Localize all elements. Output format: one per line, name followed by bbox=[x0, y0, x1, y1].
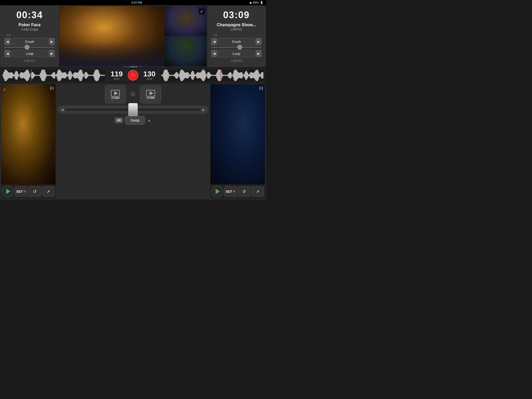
svg-point-11 bbox=[151, 97, 152, 99]
status-bar: 4:07 PM ▶ 80% 🔋 bbox=[0, 0, 266, 5]
right-set-button[interactable]: SET bbox=[224, 186, 237, 197]
left-bpm-label: BPM bbox=[114, 78, 119, 81]
video-right-bottom bbox=[165, 36, 207, 66]
svg-point-4 bbox=[118, 97, 119, 99]
ab-badge: A8 bbox=[115, 117, 123, 123]
left-deck-artist: Lady Gaga bbox=[21, 27, 38, 31]
right-deck-title: Champagne Show... bbox=[217, 23, 256, 27]
video-expand-button[interactable]: ⤢ bbox=[198, 8, 205, 15]
left-media-button[interactable] bbox=[105, 85, 126, 103]
left-loop-name[interactable]: Loop bbox=[12, 50, 48, 57]
record-button[interactable] bbox=[128, 70, 138, 81]
right-fx-name[interactable]: Crush bbox=[218, 38, 254, 45]
left-mix-button[interactable]: ↗ bbox=[42, 186, 55, 197]
bottom-left-section: ♪ 🎞 SET ↺ ↗ bbox=[1, 84, 56, 198]
right-fx-slider[interactable] bbox=[211, 47, 262, 48]
right-fx-slider-container bbox=[211, 47, 262, 48]
right-deck-panel: 03:09 Champagne Show... LMFAO FX ◀ Crush… bbox=[208, 6, 265, 66]
left-film-icon: 🎞 bbox=[50, 86, 54, 90]
left-fx-label: FX bbox=[7, 34, 11, 37]
left-fx-slider[interactable] bbox=[4, 47, 55, 48]
right-media-button[interactable] bbox=[140, 85, 161, 103]
right-loop-name[interactable]: Loop bbox=[218, 50, 254, 57]
left-waveform-visual bbox=[2, 70, 105, 81]
right-loop-next[interactable]: ▶ bbox=[255, 50, 262, 57]
right-deck-timer: 03:09 bbox=[223, 10, 250, 21]
crossfader-container: ◀ ▶ bbox=[58, 105, 208, 114]
left-deck-timer: 00:34 bbox=[16, 10, 43, 21]
right-set-dot bbox=[233, 190, 235, 192]
left-media-icon bbox=[110, 89, 121, 99]
swap-button[interactable]: Swap bbox=[125, 116, 145, 125]
video-right-lmfao bbox=[165, 6, 207, 66]
crossfader-right-arrow[interactable]: ▶ bbox=[202, 108, 205, 112]
crossfader-thumb[interactable] bbox=[128, 103, 138, 116]
crossfader-left-arrow[interactable]: ◀ bbox=[61, 108, 64, 112]
left-play-triangle bbox=[6, 189, 10, 194]
left-fx-row: ◀ Crush ▶ bbox=[4, 38, 55, 45]
right-waveform[interactable] bbox=[161, 70, 264, 81]
left-beats-label: 2 BEATS bbox=[24, 59, 35, 62]
right-bpm-label: BPM bbox=[147, 78, 152, 81]
left-thumb-video: ♪ 🎞 bbox=[1, 84, 56, 184]
gear-button[interactable]: ⚙ bbox=[128, 89, 138, 99]
left-set-label: SET bbox=[16, 190, 23, 194]
right-undo-button[interactable]: ↺ bbox=[238, 186, 250, 197]
crossfader-track[interactable] bbox=[66, 109, 200, 111]
right-play-button[interactable] bbox=[211, 185, 223, 197]
left-play-button[interactable] bbox=[2, 185, 14, 197]
left-loop-next[interactable]: ▶ bbox=[49, 50, 55, 57]
status-time: 4:07 PM bbox=[23, 1, 250, 4]
right-fx-prev[interactable]: ◀ bbox=[211, 38, 217, 45]
right-transport: SET ↺ ↗ bbox=[210, 184, 265, 198]
bottom-right-section: ♪ 🎞 SET ↺ ↗ bbox=[210, 84, 265, 198]
left-waveform-playhead bbox=[31, 70, 31, 81]
right-music-icon: ♪ bbox=[212, 86, 215, 92]
right-fx-slider-thumb[interactable] bbox=[237, 45, 242, 50]
right-waveform-playhead bbox=[221, 70, 221, 81]
right-bpm-number: 130 bbox=[143, 70, 156, 78]
right-fx-next[interactable]: ▶ bbox=[255, 38, 262, 45]
right-fx-row: ◀ Crush ▶ bbox=[211, 38, 262, 45]
battery-icon: 🔋 bbox=[260, 1, 263, 4]
left-undo-button[interactable]: ↺ bbox=[28, 186, 41, 197]
left-fx-next[interactable]: ▶ bbox=[49, 38, 55, 45]
left-fx-slider-thumb[interactable] bbox=[25, 45, 29, 50]
right-loop-row: ◀ Loop ▶ bbox=[211, 50, 262, 57]
waveform-section: 119 BPM algoriddim ⠿⠿ 130 BPM bbox=[0, 68, 266, 83]
right-beats-label: 2 BEATS bbox=[231, 59, 242, 62]
left-set-dot bbox=[24, 190, 26, 192]
battery-level: 80% bbox=[253, 1, 259, 4]
main-container: 00:34 Poker Face Lady Gaga FX ◀ Crush ▶ … bbox=[0, 5, 266, 200]
center-waveform-controls: algoriddim ⠿⠿ bbox=[128, 70, 138, 81]
left-bpm-display: 119 BPM bbox=[108, 70, 126, 81]
left-fx-slider-container bbox=[4, 47, 55, 48]
right-waveform-visual bbox=[161, 70, 264, 81]
left-transport: SET ↺ ↗ bbox=[1, 184, 56, 198]
left-undo-icon: ↺ bbox=[33, 189, 36, 194]
top-section: 00:34 Poker Face Lady Gaga FX ◀ Crush ▶ … bbox=[0, 5, 266, 68]
svg-point-5 bbox=[116, 97, 117, 99]
video-preview: ⤢ bbox=[59, 6, 207, 66]
left-fx-name[interactable]: Crush bbox=[12, 38, 48, 45]
left-set-button[interactable]: SET bbox=[15, 186, 27, 197]
right-fx-label: FX bbox=[214, 34, 217, 37]
left-deck-panel: 00:34 Poker Face Lady Gaga FX ◀ Crush ▶ … bbox=[1, 6, 58, 66]
swap-up-arrow[interactable]: ▲ bbox=[147, 118, 151, 123]
video-left-gaga bbox=[59, 6, 165, 66]
right-mix-icon: ↗ bbox=[256, 189, 259, 194]
right-play-triangle bbox=[216, 189, 220, 194]
bottom-section: ♪ 🎞 SET ↺ ↗ bbox=[0, 83, 266, 200]
ab-badge-text: A8 bbox=[117, 118, 121, 122]
left-fx-prev[interactable]: ◀ bbox=[4, 38, 11, 45]
right-loop-prev[interactable]: ◀ bbox=[211, 50, 217, 57]
left-music-icon: ♪ bbox=[3, 86, 6, 92]
status-right: ▶ 80% 🔋 bbox=[250, 1, 263, 4]
left-waveform[interactable] bbox=[2, 70, 105, 81]
media-buttons: ⚙ bbox=[58, 85, 208, 103]
left-mix-icon: ↗ bbox=[46, 189, 50, 194]
right-mix-button[interactable]: ↗ bbox=[251, 186, 264, 197]
right-undo-icon: ↺ bbox=[242, 189, 246, 194]
left-loop-prev[interactable]: ◀ bbox=[4, 50, 11, 57]
center-controls: ⚙ ◀ bbox=[56, 83, 210, 200]
